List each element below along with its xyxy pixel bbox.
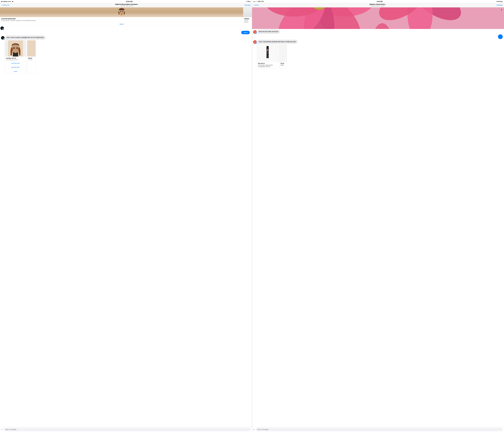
left-bot-message-row: S Got it. Here is what is available then… [1, 36, 251, 40]
right-product-2-body: The E Mattifi [279, 62, 287, 67]
right-bot-avatar-2 [253, 40, 257, 44]
left-nav-chevron-icon: > [138, 4, 139, 5]
left-card-2-body: PERSO 90 min person [243, 17, 252, 24]
right-product-carousel[interactable]: Kat Von D Everlasting Liquid Lipstick Ar… [257, 44, 504, 69]
left-status-left: ▶ Camera ●●●●○ ◀ [1, 1, 13, 2]
right-nav-chevron-icon: > [385, 4, 386, 5]
right-sephora-logo-svg-2 [254, 41, 256, 43]
svg-point-8 [12, 44, 19, 53]
right-hamburger-icon[interactable]: ≡ [253, 428, 255, 431]
right-message-input[interactable] [256, 428, 503, 431]
left-appt-card-1: Sunday, Oct 23 CUSTOM MAKEOVER 1:00 PM P… [5, 40, 26, 74]
left-more-link[interactable]: more [14, 71, 17, 72]
left-sephora-avatar: S [0, 27, 4, 30]
left-time-2-link[interactable]: 2:30 PM PDT [11, 66, 20, 68]
right-blue-dot-row [252, 34, 504, 39]
right-bot-bubble-2: Cool, I found these products that have a… [257, 40, 297, 44]
right-nav-title: Sephora Virtual Artist > [259, 3, 497, 5]
left-back-label: Home (2) [2, 4, 9, 6]
right-product-card-1: Kat Von D Everlasting Liquid Lipstick Ar… [257, 44, 278, 68]
left-card-1-desc: 45 min session. Full-face makeover—free … [1, 20, 242, 21]
right-product-1-body: Kat Von D Everlasting Liquid Lipstick Ar… [257, 62, 278, 68]
right-sephora-logo-svg [254, 31, 256, 33]
left-card-2-desc: 90 min person [244, 20, 251, 23]
left-appt-service-2: CUSTO [28, 59, 35, 61]
left-appt-card-2-image [27, 40, 36, 56]
right-back-button[interactable]: ‹ Home [254, 4, 259, 6]
right-nav-subtitle: Typically replies in minutes [259, 5, 497, 7]
left-message-input[interactable] [4, 428, 251, 431]
left-status-right: ↑ ⏱ ✱ ▬ [245, 1, 251, 2]
right-carrier: ●●○○○ AT&T LTE [253, 1, 264, 2]
right-bot-avatar-1 [253, 30, 257, 34]
left-more-slot[interactable]: more [5, 69, 26, 73]
left-card-1-partial: CUSTOM MAKEOVER 45 min session. Full-fac… [0, 8, 243, 26]
svg-point-5 [122, 11, 123, 12]
left-time-slot-2[interactable]: 2:30 PM PDT [5, 65, 26, 69]
right-flower-svg [252, 8, 504, 29]
left-time: 10:54 AM [126, 1, 133, 2]
right-product-2-brand: The E [280, 63, 286, 64]
right-nav-header: ‹ Home Sephora Virtual Artist > Typicall… [252, 3, 504, 8]
right-bot-bubble-1: Here are the colors we found: [257, 30, 280, 34]
right-bot-message-row-1: Here are the colors we found: [253, 30, 503, 34]
left-appt-service-1: CUSTOM MAKEOVER [6, 59, 25, 61]
right-status-bar: ●●○○○ AT&T LTE 9:44 AM ↑ ⚙ ✱ 48%▬ [252, 0, 504, 3]
svg-rect-47 [267, 50, 267, 52]
right-product-card-2: The E Mattifi [279, 44, 287, 68]
left-card-1-title: CUSTOM MAKEOVER [1, 18, 242, 19]
left-hamburger-icon[interactable]: ≡ [1, 428, 2, 431]
left-nav-title-block: Sephora Reservation Assistant > Typicall… [9, 3, 244, 7]
left-carrier: Camera ●●●●○ ◀ [3, 1, 13, 2]
left-appt-card-2-body: Mond CUSTO [27, 56, 36, 61]
right-lipstick-svg [264, 46, 271, 60]
right-nav-title-block: Sephora Virtual Artist > Typically repli… [259, 3, 497, 7]
left-chat-area: CUSTOM MAKEOVER 45 min session. Full-fac… [0, 8, 252, 427]
right-product-2-name: Mattifi [280, 64, 286, 66]
right-product-1-image [257, 45, 278, 62]
left-appt-date-2: Mond [28, 57, 35, 59]
left-select-bubble[interactable]: Select [241, 31, 250, 34]
left-card-1-image [0, 8, 243, 17]
left-manage-button[interactable]: Manage [244, 4, 250, 6]
svg-rect-43 [267, 53, 269, 53]
left-appt-card-1-body: Sunday, Oct 23 CUSTOM MAKEOVER [5, 56, 26, 61]
left-appt-card-2: Mond CUSTO [27, 40, 36, 74]
svg-point-11 [13, 47, 15, 48]
right-back-label: Home [254, 4, 259, 6]
left-user-select-row: Select [1, 30, 251, 35]
right-battery-icons: ↑ ⚙ ✱ 48%▬ [495, 1, 503, 2]
camera-icon: ▶ [1, 1, 2, 2]
right-manage-button[interactable]: Manage [497, 4, 503, 6]
left-back-button[interactable]: ‹ Home (2) [1, 4, 9, 6]
left-nav-subtitle: Typically replies instantly [9, 5, 244, 7]
left-nav-header: ‹ Home (2) Sephora Reservation Assistant… [0, 3, 252, 8]
left-chevron-icon: ‹ [1, 4, 2, 6]
left-card-2-title: PERSO [244, 18, 251, 19]
left-appointment-carousel[interactable]: Sunday, Oct 23 CUSTOM MAKEOVER 1:00 PM P… [5, 40, 252, 74]
left-top-cards-strip: CUSTOM MAKEOVER 45 min session. Full-fac… [0, 8, 252, 26]
left-bottom-bar: ≡ [0, 427, 252, 432]
left-card-1-action[interactable]: Select [0, 22, 243, 26]
right-status-right: ↑ ⚙ ✱ 48%▬ [495, 1, 503, 2]
svg-rect-42 [267, 52, 269, 55]
right-share-button[interactable]: ⬆ [501, 9, 503, 11]
right-blue-dot [498, 34, 503, 39]
right-phone-screen: ●●○○○ AT&T LTE 9:44 AM ↑ ⚙ ✱ 48%▬ ‹ Home… [252, 0, 504, 432]
left-card-2-image-partial [243, 8, 252, 17]
right-flower-image: ⬆ [252, 8, 504, 29]
left-time-slot-1[interactable]: 1:00 PM PDT [5, 61, 26, 65]
right-bot-message-row-2: Cool, I found these products that have a… [253, 40, 503, 44]
right-product-1-brand: Kat Von D [258, 63, 277, 64]
left-status-bar: ▶ Camera ●●●●○ ◀ 10:54 AM ↑ ⏱ ✱ ▬ [0, 0, 252, 3]
right-product-1-name: Everlasting Liquid Lipstick [258, 64, 277, 66]
left-model-makeup-svg [8, 40, 23, 56]
right-product-1-price: Armageddon: $20.00 [258, 66, 277, 67]
left-time-1-link[interactable]: 1:00 PM PDT [11, 63, 20, 64]
right-status-left: ●●○○○ AT&T LTE [253, 1, 264, 2]
left-bot-icon-row: S [0, 27, 252, 30]
svg-rect-45 [266, 57, 269, 58]
left-bot-bubble: Got it. Here is what is available then a… [5, 36, 45, 40]
svg-point-12 [16, 47, 18, 48]
left-card-1-select[interactable]: Select [119, 23, 124, 25]
